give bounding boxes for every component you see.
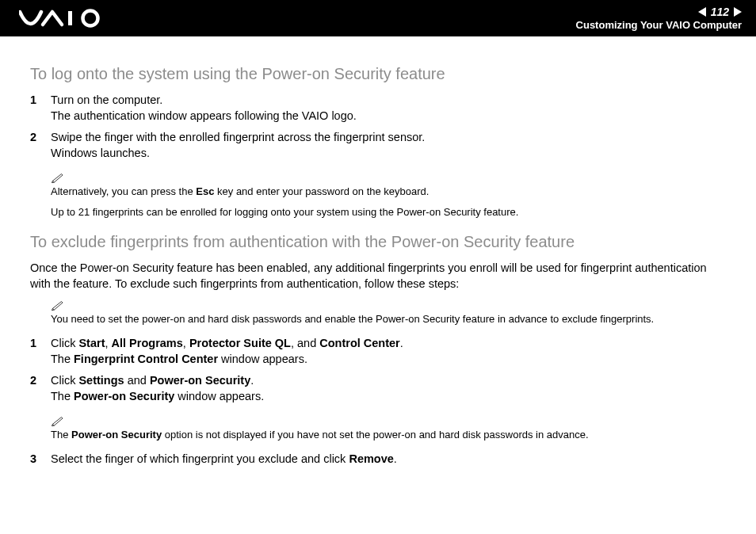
header-right: 112 Customizing Your VAIO Computer (576, 6, 742, 31)
step-body: Turn on the computer. The authentication… (51, 93, 729, 124)
steps-logon: 1 Turn on the computer. The authenticati… (30, 93, 729, 161)
steps-exclude: 1 Click Start, All Programs, Protector S… (30, 336, 729, 404)
note-icon (51, 299, 65, 311)
step-body: Select the finger of which fingerprint y… (51, 452, 729, 467)
page-content: To log onto the system using the Power-o… (0, 36, 756, 467)
step-body: Click Settings and Power-on Security. Th… (51, 373, 729, 404)
svg-point-1 (83, 11, 98, 26)
step-number: 3 (30, 452, 51, 467)
step-item: 1 Turn on the computer. The authenticati… (30, 93, 729, 124)
step-number: 1 (30, 336, 51, 367)
step-number: 1 (30, 93, 51, 124)
step-number: 2 (30, 373, 51, 404)
intro-paragraph: Once the Power-on Security feature has b… (30, 261, 729, 292)
note-not-displayed: The Power-on Security option is not disp… (51, 415, 729, 442)
header-bar: 112 Customizing Your VAIO Computer (0, 0, 756, 36)
step-item: 3 Select the finger of which fingerprint… (30, 452, 729, 467)
note-alternatively: Alternatively, you can press the Esc key… (51, 172, 729, 219)
step-item: 2 Swipe the finger with the enrolled fin… (30, 130, 729, 161)
note-icon (51, 415, 65, 426)
heading-exclude: To exclude fingerprints from authenticat… (30, 233, 729, 251)
step-item: 2 Click Settings and Power-on Security. … (30, 373, 729, 404)
vaio-logo (19, 9, 106, 28)
step-body: Click Start, All Programs, Protector Sui… (51, 336, 729, 367)
header-section-title: Customizing Your VAIO Computer (576, 19, 742, 32)
note-prereq: You need to set the power-on and hard di… (51, 299, 729, 326)
note-icon (51, 172, 65, 183)
page-number: 112 (711, 6, 729, 19)
steps-exclude-cont: 3 Select the finger of which fingerprint… (30, 452, 729, 467)
next-page-icon[interactable] (734, 7, 742, 17)
step-number: 2 (30, 130, 51, 161)
step-item: 1 Click Start, All Programs, Protector S… (30, 336, 729, 367)
prev-page-icon[interactable] (698, 7, 706, 17)
svg-rect-0 (68, 11, 72, 25)
step-body: Swipe the finger with the enrolled finge… (51, 130, 729, 161)
page-nav: 112 (576, 6, 742, 19)
heading-logon: To log onto the system using the Power-o… (30, 65, 729, 83)
